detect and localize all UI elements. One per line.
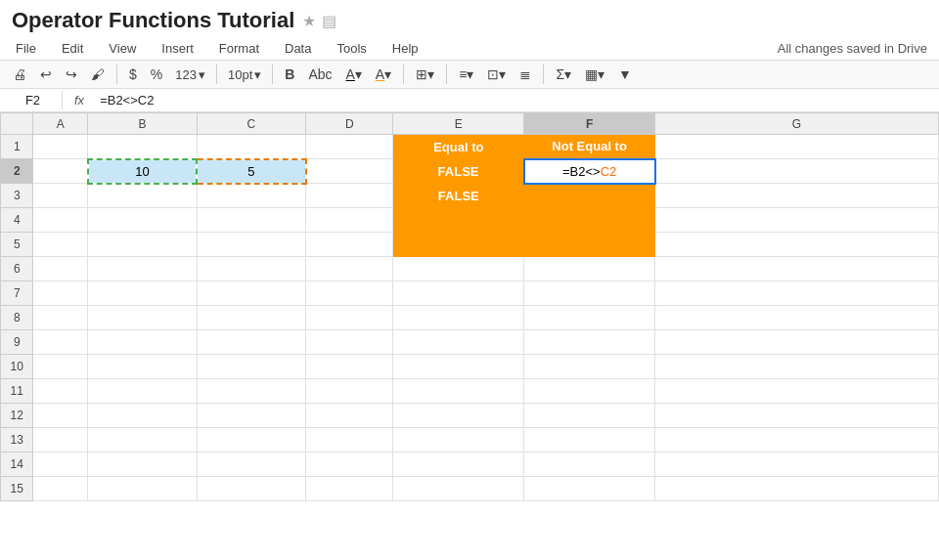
menu-help[interactable]: Help [388,39,423,58]
cell-E2[interactable]: FALSE [393,159,524,184]
cell-G13[interactable] [655,428,939,452]
cell-B9[interactable] [88,330,198,355]
cell-G5[interactable] [655,233,939,257]
cell-D10[interactable] [306,355,393,379]
row-num-12[interactable]: 12 [1,404,33,428]
cell-C11[interactable] [197,379,306,404]
cell-E6[interactable] [393,257,524,281]
cell-D13[interactable] [306,428,393,452]
cell-D3[interactable] [306,184,393,208]
menu-edit[interactable]: Edit [58,39,87,58]
bold-button[interactable]: B [280,65,299,84]
cell-E7[interactable] [393,281,524,306]
cell-F13[interactable] [524,428,655,452]
row-num-1[interactable]: 1 [1,135,33,159]
col-header-C[interactable]: C [197,113,306,135]
cell-A1[interactable] [33,135,88,159]
col-header-F[interactable]: F [524,113,655,135]
cell-A14[interactable] [33,452,88,477]
menu-tools[interactable]: Tools [333,39,370,58]
cell-E14[interactable] [393,452,524,477]
col-header-G[interactable]: G [655,113,939,135]
menu-format[interactable]: Format [215,39,263,58]
cell-C8[interactable] [197,306,306,330]
cell-B13[interactable] [88,428,198,452]
cell-F11[interactable] [524,379,655,404]
cell-E12[interactable] [393,404,524,428]
cell-D9[interactable] [306,330,393,355]
menu-view[interactable]: View [105,39,140,58]
cell-C5[interactable] [197,233,306,257]
number-format-dropdown[interactable]: 123 ▾ [171,65,209,84]
cell-C13[interactable] [197,428,306,452]
folder-icon[interactable]: ▤ [322,12,336,30]
cell-D4[interactable] [306,208,393,233]
align-button[interactable]: ≡ ▾ [454,65,478,84]
row-num-3[interactable]: 3 [1,184,33,208]
cell-A9[interactable] [33,330,88,355]
print-button[interactable]: 🖨 [8,65,31,84]
cell-A12[interactable] [33,404,88,428]
merge-button[interactable]: ⊡ ▾ [482,65,511,84]
cell-reference-box[interactable]: F2 [4,91,63,109]
cell-D7[interactable] [306,281,393,306]
cell-B14[interactable] [88,452,198,477]
cell-E10[interactable] [393,355,524,379]
sum-button[interactable]: Σ ▾ [551,65,576,84]
cell-B15[interactable] [88,477,198,501]
cell-A8[interactable] [33,306,88,330]
cell-F4[interactable] [524,208,655,233]
cell-G1[interactable] [655,135,939,159]
row-num-5[interactable]: 5 [1,233,33,257]
cell-C9[interactable] [197,330,306,355]
cell-E1[interactable]: Equal to [393,135,524,159]
cell-E4[interactable] [393,208,524,233]
filter-button[interactable]: ▼ [613,65,637,84]
cell-D12[interactable] [306,404,393,428]
cell-A6[interactable] [33,257,88,281]
cell-B1[interactable] [88,135,198,159]
menu-insert[interactable]: Insert [157,39,198,58]
cell-A15[interactable] [33,477,88,501]
cell-B3[interactable] [88,184,198,208]
cell-F10[interactable] [524,355,655,379]
cell-B2[interactable]: 10 [88,159,198,184]
cell-F15[interactable] [524,477,655,501]
cell-G10[interactable] [655,355,939,379]
cell-A3[interactable] [33,184,88,208]
cell-A7[interactable] [33,281,88,306]
font-size-dropdown[interactable]: 10pt ▾ [224,65,265,84]
cell-C3[interactable] [197,184,306,208]
cell-C4[interactable] [197,208,306,233]
cell-C6[interactable] [197,257,306,281]
cell-G8[interactable] [655,306,939,330]
cell-A2[interactable] [33,159,88,184]
italic-button[interactable]: Abc [303,65,336,84]
undo-button[interactable]: ↩ [35,65,57,84]
menu-file[interactable]: File [12,39,40,58]
text-color-button[interactable]: A ▾ [341,65,367,84]
cell-G6[interactable] [655,257,939,281]
cell-B12[interactable] [88,404,198,428]
cell-F12[interactable] [524,404,655,428]
cell-D8[interactable] [306,306,393,330]
cell-C14[interactable] [197,452,306,477]
cell-C15[interactable] [197,477,306,501]
col-header-A[interactable]: A [33,113,88,135]
row-num-14[interactable]: 14 [1,452,33,477]
menu-data[interactable]: Data [281,39,315,58]
col-header-D[interactable]: D [306,113,393,135]
cell-C1[interactable] [197,135,306,159]
cell-G15[interactable] [655,477,939,501]
cell-C10[interactable] [197,355,306,379]
cell-G2[interactable] [655,159,939,184]
cell-F8[interactable] [524,306,655,330]
borders-button[interactable]: ⊞ ▾ [411,65,439,84]
cell-F7[interactable] [524,281,655,306]
row-num-4[interactable]: 4 [1,208,33,233]
cell-A5[interactable] [33,233,88,257]
cell-F14[interactable] [524,452,655,477]
cell-B7[interactable] [88,281,198,306]
row-num-11[interactable]: 11 [1,379,33,404]
cell-B5[interactable] [88,233,198,257]
